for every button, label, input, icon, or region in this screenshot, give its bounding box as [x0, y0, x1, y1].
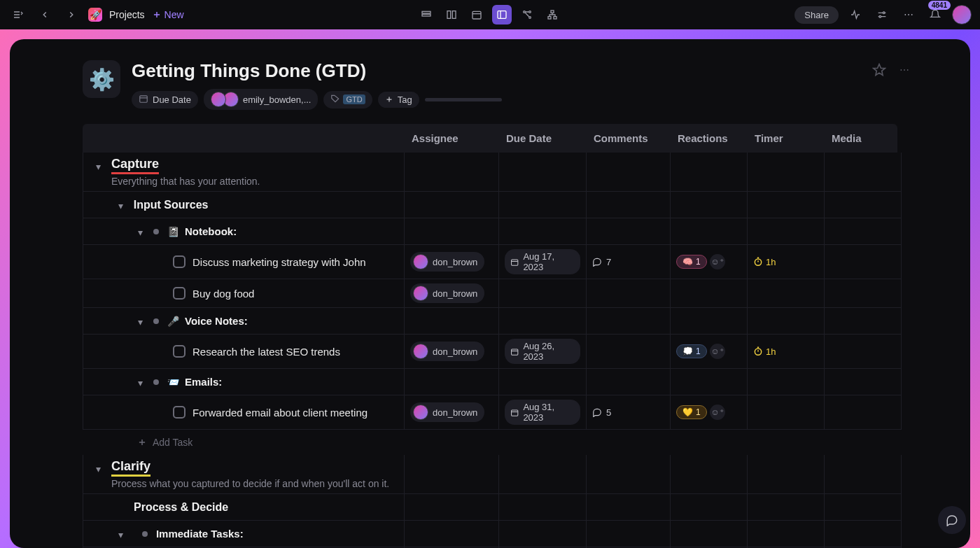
view-graph-icon[interactable] [517, 5, 537, 24]
chevron-down-icon[interactable]: ▾ [96, 161, 106, 171]
checkbox[interactable] [173, 287, 186, 300]
add-task-button[interactable]: Add Task [83, 430, 897, 455]
view-board-icon[interactable] [442, 5, 461, 24]
col-reactions[interactable]: Reactions [671, 124, 748, 153]
notification-icon[interactable]: 4841 [925, 5, 945, 24]
chevron-down-icon[interactable]: ▾ [96, 463, 106, 473]
view-table-icon[interactable] [492, 5, 512, 24]
reaction-chip[interactable]: 💛1 [676, 405, 707, 419]
sub-title: Notebook: [185, 225, 237, 237]
subsection-process[interactable]: Process & Decide [83, 494, 897, 521]
add-reaction-icon[interactable]: ☺⁺ [710, 344, 725, 359]
assignees-chip[interactable]: emily_bowden,... [204, 89, 318, 110]
svg-point-13 [879, 15, 881, 17]
chevron-down-icon[interactable]: ▾ [138, 227, 148, 237]
bullet-icon [153, 318, 159, 324]
date-chip[interactable]: Aug 31, 2023 [505, 400, 580, 425]
subsection-emails[interactable]: ▾📨Emails: [83, 369, 897, 395]
col-timer[interactable]: Timer [748, 124, 825, 153]
assignee-chip[interactable]: don_brown [410, 283, 484, 303]
col-comments[interactable]: Comments [587, 124, 671, 153]
chevron-down-icon[interactable]: ▾ [138, 377, 148, 387]
task-row[interactable]: Research the latest SEO trends don_brown… [83, 335, 897, 369]
task-title: Research the latest SEO trends [192, 346, 340, 358]
timer-chip[interactable]: 1h [753, 346, 776, 357]
chevron-down-icon[interactable]: ▾ [138, 316, 148, 326]
subsection-immediate[interactable]: ▾ Immediate Tasks: [83, 521, 897, 547]
assignee-avatar-icon [211, 92, 226, 107]
svg-point-12 [883, 12, 885, 14]
col-media[interactable]: Media [825, 124, 902, 153]
tag-gtd: GTD [343, 94, 365, 104]
view-orgchart-icon[interactable] [542, 5, 562, 24]
checkbox[interactable] [173, 406, 186, 419]
view-calendar-icon[interactable] [467, 5, 486, 24]
assignees-label: emily_bowden,... [243, 94, 312, 105]
new-button[interactable]: New [152, 9, 184, 20]
assignee-name: don_brown [433, 346, 477, 357]
avatar-icon [413, 344, 428, 359]
section-title: Capture [111, 157, 159, 174]
date-text: Aug 17, 2023 [523, 251, 575, 272]
page-icon[interactable]: ⚙️ [83, 60, 120, 98]
checkbox[interactable] [173, 255, 186, 268]
comment-count: 7 [606, 257, 611, 267]
task-title: Buy dog food [192, 288, 254, 300]
section-clarify[interactable]: ▾ Clarify Process what you captured to d… [83, 455, 897, 494]
breadcrumb[interactable]: Projects [109, 9, 145, 20]
col-due[interactable]: Due Date [499, 124, 587, 153]
reaction-chip[interactable]: 🧠1 [676, 255, 707, 269]
tags-chip[interactable]: GTD [323, 91, 372, 108]
nav-back-icon[interactable] [35, 5, 55, 24]
chat-fab[interactable] [938, 506, 966, 534]
comments-chip[interactable]: 5 [592, 407, 611, 418]
svg-rect-15 [512, 259, 518, 265]
add-tag-button[interactable]: Tag [378, 92, 419, 108]
task-row[interactable]: Buy dog food don_brown [83, 279, 897, 308]
task-row[interactable]: Forwarded email about client meeting don… [83, 395, 897, 430]
settings-sliders-icon[interactable] [872, 5, 892, 24]
star-icon[interactable] [869, 60, 889, 80]
due-date-chip[interactable]: Due Date [132, 91, 198, 108]
new-button-label: New [164, 9, 184, 20]
svg-point-7 [529, 17, 531, 19]
project-icon: 🚀 [88, 8, 102, 22]
date-chip[interactable]: Aug 26, 2023 [505, 339, 580, 364]
reaction-chip[interactable]: 💭1 [676, 344, 707, 358]
more-icon[interactable]: ⋯ [899, 5, 918, 24]
section-capture[interactable]: ▾ Capture Everything that has your atten… [83, 153, 897, 192]
nav-forward-icon[interactable] [62, 5, 81, 24]
share-button[interactable]: Share [794, 6, 839, 24]
subsection-notebook[interactable]: ▾📓Notebook: [83, 218, 897, 245]
svg-point-6 [524, 11, 526, 13]
timer-chip[interactable]: 1h [753, 257, 776, 267]
subsection-voice[interactable]: ▾🎤Voice Notes: [83, 308, 897, 335]
page-title[interactable]: Getting Things Done (GTD) [132, 60, 502, 82]
chevron-down-icon[interactable]: ▾ [118, 200, 128, 210]
svg-rect-14 [140, 95, 148, 101]
add-tag-label: Tag [398, 94, 412, 105]
bullet-icon [142, 531, 148, 537]
add-reaction-icon[interactable]: ☺⁺ [710, 405, 725, 420]
chevron-down-icon[interactable]: ▾ [118, 529, 128, 539]
add-reaction-icon[interactable]: ☺⁺ [710, 254, 725, 269]
sub-title: Emails: [185, 376, 222, 388]
svg-rect-5 [498, 11, 506, 19]
sidebar-toggle-icon[interactable] [8, 5, 28, 24]
task-row[interactable]: Discuss marketing strategy with John don… [83, 245, 897, 279]
assignee-chip[interactable]: don_brown [410, 402, 484, 422]
assignee-chip[interactable]: don_brown [410, 252, 484, 272]
comments-chip[interactable]: 7 [592, 257, 611, 267]
svg-rect-10 [548, 17, 551, 19]
assignee-chip[interactable]: don_brown [410, 342, 484, 361]
view-list-icon[interactable] [416, 5, 436, 24]
col-title [83, 124, 405, 153]
col-assignee[interactable]: Assignee [405, 124, 499, 153]
page-more-icon[interactable]: ⋯ [895, 60, 914, 80]
activity-icon[interactable] [846, 5, 865, 24]
avatar[interactable] [952, 5, 972, 24]
checkbox[interactable] [173, 345, 186, 358]
date-chip[interactable]: Aug 17, 2023 [505, 249, 580, 274]
notebook-emoji-icon: 📓 [167, 226, 179, 237]
subsection-input-sources[interactable]: ▾ Input Sources [83, 192, 897, 218]
